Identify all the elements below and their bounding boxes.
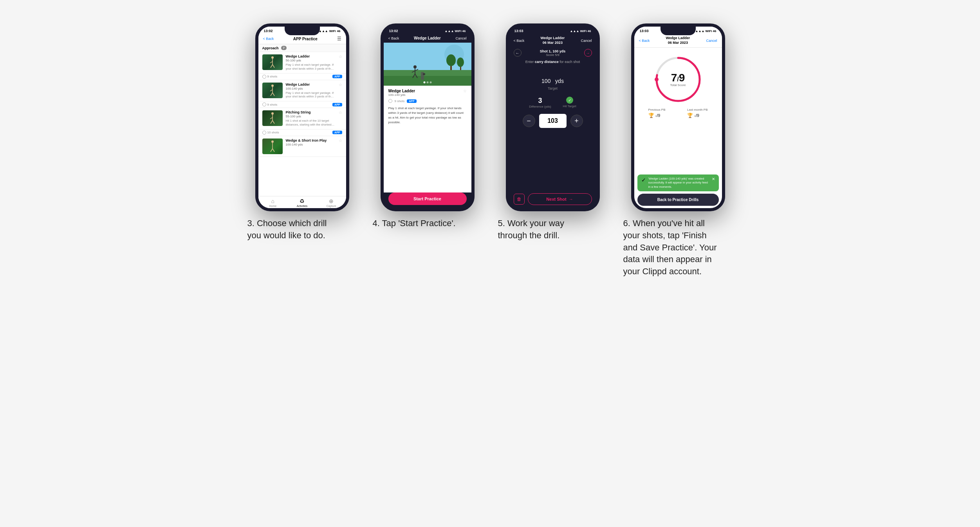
score-circle-text: 7/9 Total Score [670,72,686,87]
app-badge-detail: APP [407,99,416,103]
total-score-label: Total Score [670,83,686,87]
nav-bar-4: < Back Wedge Ladder 06 Mar 2023 Cancel [634,34,722,48]
phone-screen-4: 13:03 ▲▲▲ WiFi 46 < Back Wedge Ladder 06… [634,27,722,208]
drill-yardage-2: 100-140 yds [286,87,336,90]
bottom-nav-1: ⌂ Home ♻ Activities ⊕ Capture [258,196,346,208]
distance-input[interactable]: 103 [539,114,567,128]
drill-yardage-4: 100-140 yds [286,143,336,146]
phone-screen-2: 13:02 ▲▲▲ WiFi 46 < Back Wedge Ladder Ca… [384,27,471,208]
list-item[interactable]: Wedge Ladder 100-140 yds Play 1 shot at … [258,80,346,108]
delete-shot-button[interactable]: 🗑 [514,194,525,205]
nav-title-4: Wedge Ladder 06 Mar 2023 [666,36,690,45]
star-icon-1[interactable]: ☆ [339,54,342,59]
drill-info-2: Wedge Ladder 100-140 yds Play 1 shot at … [286,83,336,99]
score-circle: 7/9 Total Score [653,54,704,105]
cancel-button-3[interactable]: Cancel [581,39,592,43]
star-icon-3[interactable]: ☆ [339,110,342,115]
capture-icon: ⊕ [329,198,334,204]
drill-detail: Wedge Ladder 100-140 yds ☆ 9 shots APP P… [384,86,471,192]
drill-thumb-3 [262,110,283,126]
decrement-button[interactable]: − [523,115,535,127]
svg-rect-34 [423,73,425,75]
list-item[interactable]: Wedge & Short Iron Play 100-140 yds ☆ [258,136,346,157]
target-label: Target [513,86,593,90]
shots-icon-1 [262,75,266,79]
caption-3: 5. Work your way through the drill. [498,218,592,242]
nav-bar-3: < Back Wedge Ladder 06 Mar 2023 Cancel [509,34,597,47]
drill-thumb-2 [262,83,283,98]
detail-shots: 9 shots [395,99,405,103]
nav-activities[interactable]: ♻ Activities [287,198,317,207]
target-display: 100 yds Target [509,65,597,94]
hit-indicator: ✓ [566,97,573,104]
phone-screen-1: 13:02 ▲▲▲ WiFi 46 < Back APP Practice ☰ … [258,27,346,208]
cancel-button-2[interactable]: Cancel [455,36,466,40]
nav-bar-1: < Back APP Practice ☰ [258,34,346,44]
svg-point-37 [655,77,659,81]
detail-shots-row: 9 shots APP [388,99,467,103]
drill-thumb-img-3 [262,110,283,126]
increment-button[interactable]: + [570,115,583,127]
target-unit: yds [555,78,564,84]
back-button-1[interactable]: < Back [263,37,274,41]
start-practice-button[interactable]: Start Practice [388,192,467,205]
score-total: 9 [679,72,685,84]
nav-capture[interactable]: ⊕ Capture [317,198,346,207]
menu-icon-1[interactable]: ☰ [337,36,341,41]
hero-dot-1 [423,81,425,83]
hit-target-label: Hit Target [563,104,576,108]
phone-frame-4: 13:03 ▲▲▲ WiFi 46 < Back Wedge Ladder 06… [631,23,725,211]
nav-title-1: APP Practice [293,37,318,41]
back-to-drills-button[interactable]: Back to Practice Drills [637,194,719,206]
target-value: 100 [541,78,550,84]
star-icon-2[interactable]: ☆ [339,83,342,87]
shot-nav: ← Shot 1, 100 yds Score 5/9 → [509,47,597,58]
drill-info-4: Wedge & Short Iron Play 100-140 yds [286,138,336,147]
phone-notch-1 [285,27,320,35]
drill-desc-2: Play 1 shot at each target yardage. If y… [286,91,336,99]
next-shot-arrow-button[interactable]: → [584,49,592,57]
nav-home[interactable]: ⌂ Home [258,198,288,207]
section-2: 13:02 ▲▲▲ WiFi 46 < Back Wedge Ladder Ca… [373,23,482,230]
star-icon-detail[interactable]: ☆ [463,89,467,98]
status-icons-4: ▲▲▲ WiFi 46 [695,29,717,33]
category-tag: Approach 7 [258,44,346,52]
drill-name-1: Wedge Ladder [286,54,336,58]
drill-thumb-img-1 [262,54,283,70]
status-icons-3: ▲▲▲ WiFi 46 [570,29,591,33]
status-time-2: 13:02 [389,29,398,33]
star-icon-4[interactable]: ☆ [339,138,342,143]
app-badge-1: APP [332,75,342,78]
back-button-2[interactable]: < Back [388,36,399,40]
next-shot-arrow-icon: → [569,197,573,201]
next-shot-button[interactable]: Next Shot → [528,193,592,205]
phone-notch-2 [410,27,445,35]
back-button-3[interactable]: < Back [514,39,525,43]
next-shot-bar: 🗑 Next Shot → [509,190,597,208]
previous-pb-value: 🏆 -/9 [648,113,666,118]
pb-row: Previous PB 🏆 -/9 Last month PB 🏆 -/9 [641,108,716,118]
list-item[interactable]: Wedge Ladder 50-100 yds Play 1 shot at e… [258,52,346,80]
activities-icon: ♻ [300,198,305,204]
status-icons-1: ▲▲▲ WiFi 46 [319,29,340,33]
svg-point-10 [271,112,274,115]
status-icons-2: ▲▲▲ WiFi 46 [445,29,466,33]
svg-line-14 [273,121,274,124]
phone-notch-4 [661,27,696,35]
cancel-button-4[interactable]: Cancel [706,39,717,43]
svg-point-15 [271,140,274,143]
success-banner: ✓ 'Wedge Ladder (100-140 yds)' was creat… [637,174,719,192]
success-close-button[interactable]: ✕ [712,177,715,181]
caption-4: 6. When you've hit all your shots, tap '… [623,218,717,278]
svg-line-7 [270,90,273,91]
svg-rect-21 [384,76,471,86]
list-item[interactable]: Pitching String 55-100 yds Hit 1 shot at… [258,108,346,136]
svg-line-12 [270,117,273,119]
section-4: 13:03 ▲▲▲ WiFi 46 < Back Wedge Ladder 06… [623,23,733,278]
prev-shot-button[interactable]: ← [514,49,522,57]
hero-dots [423,81,431,83]
page-wrapper: 13:02 ▲▲▲ WiFi 46 < Back APP Practice ☰ … [247,23,733,278]
drill-name-4: Wedge & Short Iron Play [286,138,336,142]
back-button-4[interactable]: < Back [639,39,650,43]
last-month-pb: Last month PB 🏆 -/9 [687,108,707,118]
